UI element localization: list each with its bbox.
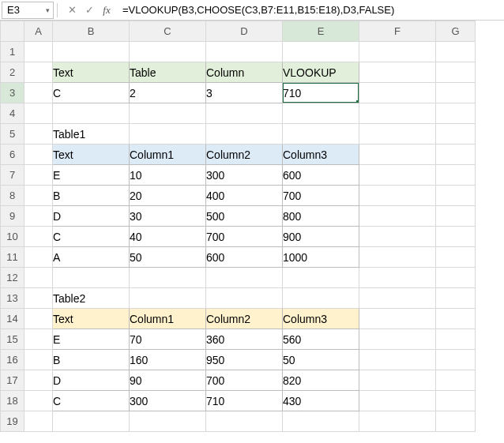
row-header-4[interactable]: 4 [1,103,24,124]
table-row[interactable]: 40 [130,227,206,247]
row-header-8[interactable]: 8 [1,186,24,206]
row-header-13[interactable]: 13 [1,288,24,309]
row-header-18[interactable]: 18 [1,391,24,411]
col-header-D[interactable]: D [206,21,283,42]
table-row[interactable]: A [53,247,130,268]
t2-header-text[interactable]: Text [53,309,130,329]
table-row[interactable]: 600 [206,247,283,268]
table-row[interactable]: E [53,165,130,186]
table-row[interactable]: 50 [283,350,359,370]
cell-E3-selected[interactable]: 710 [283,83,359,103]
t2-header-col3[interactable]: Column3 [283,309,359,329]
cell-B3[interactable]: C [53,83,130,103]
top-header-table[interactable]: Table [130,62,206,83]
row-header-12[interactable]: 12 [1,268,24,288]
col-header-C[interactable]: C [130,21,206,42]
col-header-G[interactable]: G [436,21,476,42]
row-header-19[interactable]: 19 [1,411,24,432]
table-row[interactable]: E [53,329,130,350]
table-row[interactable]: 820 [283,370,359,391]
formula-bar-buttons: ✕ ✓ fx [61,4,118,17]
t2-header-col2[interactable]: Column2 [206,309,283,329]
table1-title[interactable]: Table1 [53,124,130,145]
cell-D3[interactable]: 3 [206,83,283,103]
accept-icon[interactable]: ✓ [81,4,97,16]
row-header-5[interactable]: 5 [1,124,24,145]
table-row[interactable]: 700 [283,186,359,206]
table-row[interactable]: C [53,391,130,411]
top-header-column[interactable]: Column [206,62,283,83]
row-header-9[interactable]: 9 [1,206,24,227]
table-row[interactable]: 430 [283,391,359,411]
spreadsheet-grid[interactable]: A B C D E F G 1 2 Text Table Column VLOO… [0,21,504,432]
row-header-1[interactable]: 1 [1,42,24,62]
col-header-E[interactable]: E [283,21,359,42]
t1-header-col1[interactable]: Column1 [130,145,206,165]
name-box-value: E3 [7,4,20,16]
table-row[interactable]: 800 [283,206,359,227]
table-row[interactable]: 710 [206,391,283,411]
col-header-B[interactable]: B [53,21,130,42]
table-row[interactable]: D [53,206,130,227]
table-row[interactable]: 700 [206,370,283,391]
table-row[interactable]: 10 [130,165,206,186]
row-header-16[interactable]: 16 [1,350,24,370]
row-header-15[interactable]: 15 [1,329,24,350]
cell-C3[interactable]: 2 [130,83,206,103]
table-row[interactable]: 360 [206,329,283,350]
table-row[interactable]: 50 [130,247,206,268]
row-header-11[interactable]: 11 [1,247,24,268]
formula-bar: E3 ▾ ✕ ✓ fx =VLOOKUP(B3,CHOOSE(C3,B7:E11… [0,0,504,21]
table-row[interactable]: 70 [130,329,206,350]
table-row[interactable]: 1000 [283,247,359,268]
top-header-text[interactable]: Text [53,62,130,83]
table-row[interactable]: C [53,227,130,247]
row-header-14[interactable]: 14 [1,309,24,329]
t1-header-col2[interactable]: Column2 [206,145,283,165]
chevron-down-icon[interactable]: ▾ [46,6,50,14]
cell[interactable] [24,83,53,103]
table-row[interactable]: D [53,370,130,391]
table-row[interactable]: 300 [206,165,283,186]
table-row[interactable]: 700 [206,227,283,247]
table-row[interactable]: 90 [130,370,206,391]
row-header-10[interactable]: 10 [1,227,24,247]
table-row[interactable]: B [53,350,130,370]
row-header-6[interactable]: 6 [1,145,24,165]
t2-header-col1[interactable]: Column1 [130,309,206,329]
t1-header-col3[interactable]: Column3 [283,145,359,165]
col-header-A[interactable]: A [24,21,53,42]
row-header-17[interactable]: 17 [1,370,24,391]
t1-header-text[interactable]: Text [53,145,130,165]
top-header-vlookup[interactable]: VLOOKUP [283,62,359,83]
table-row[interactable]: 500 [206,206,283,227]
cell[interactable] [24,62,53,83]
table-row[interactable]: 560 [283,329,359,350]
divider [57,3,58,17]
row-header-7[interactable]: 7 [1,165,24,186]
table-row[interactable]: B [53,186,130,206]
table-row[interactable]: 400 [206,186,283,206]
cancel-icon[interactable]: ✕ [64,4,80,16]
col-header-F[interactable]: F [359,21,436,42]
table-row[interactable]: 160 [130,350,206,370]
table2-title[interactable]: Table2 [53,288,130,309]
sheet-table: A B C D E F G 1 2 Text Table Column VLOO… [0,21,476,432]
table-row[interactable]: 600 [283,165,359,186]
table-row[interactable]: 30 [130,206,206,227]
formula-input[interactable]: =VLOOKUP(B3,CHOOSE(C3,B7:E11,B15:E18),D3… [118,4,504,16]
table-row[interactable]: 950 [206,350,283,370]
table-row[interactable]: 300 [130,391,206,411]
row-header-2[interactable]: 2 [1,62,24,83]
select-all-corner[interactable] [1,21,24,42]
fx-icon[interactable]: fx [99,4,115,17]
name-box[interactable]: E3 ▾ [2,2,54,19]
table-row[interactable]: 900 [283,227,359,247]
table-row[interactable]: 20 [130,186,206,206]
row-header-3[interactable]: 3 [1,83,24,103]
